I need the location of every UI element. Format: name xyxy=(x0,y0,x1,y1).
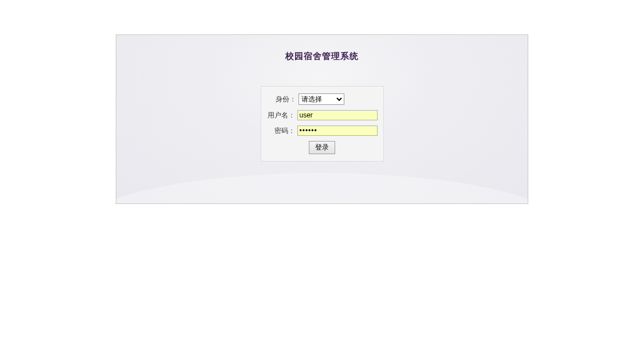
login-panel: 校园宿舍管理系统 身份： 请选择 用户名： 密码： 登录 xyxy=(116,34,528,204)
username-input[interactable] xyxy=(297,110,378,120)
password-input[interactable] xyxy=(297,126,378,136)
role-row: 身份： 请选择 xyxy=(267,93,378,105)
password-label: 密码： xyxy=(267,126,297,136)
page-title: 校园宿舍管理系统 xyxy=(116,35,528,62)
username-row: 用户名： xyxy=(267,110,378,120)
login-form: 身份： 请选择 用户名： 密码： 登录 xyxy=(261,86,384,162)
submit-row: 登录 xyxy=(267,141,378,154)
login-button[interactable]: 登录 xyxy=(309,141,335,154)
role-label: 身份： xyxy=(267,95,299,104)
username-label: 用户名： xyxy=(267,111,297,120)
password-row: 密码： xyxy=(267,126,378,136)
role-select[interactable]: 请选择 xyxy=(299,93,344,105)
